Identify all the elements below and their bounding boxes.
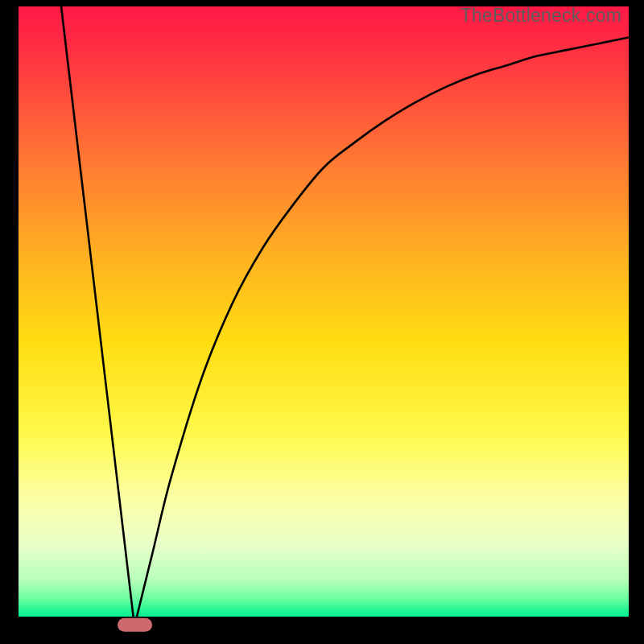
curve-right-asymptote <box>134 38 629 627</box>
chart-canvas: TheBottleneck.com <box>0 0 644 644</box>
curve-left-spike <box>61 6 134 626</box>
watermark-text: TheBottleneck.com <box>460 5 621 27</box>
plot-area <box>19 6 629 626</box>
optimal-marker <box>118 618 152 632</box>
curve-layer <box>19 6 629 626</box>
